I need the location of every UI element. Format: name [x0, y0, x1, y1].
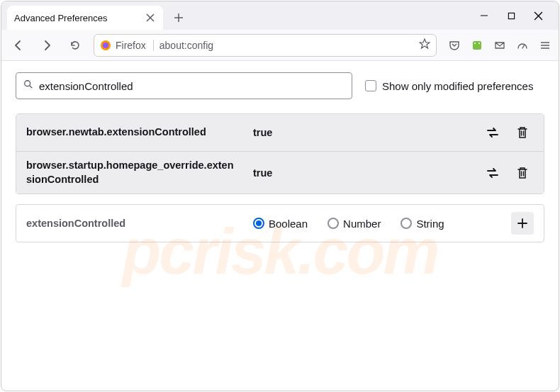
search-input[interactable] — [39, 80, 345, 92]
checkbox-text: Show only modified preferences — [382, 80, 533, 92]
menu-icon[interactable] — [539, 39, 551, 52]
type-radio-group: Boolean Number String — [253, 218, 444, 230]
radio-label: String — [416, 218, 444, 230]
pref-name: browser.startup.homepage_override.extens… — [26, 159, 239, 186]
delete-button[interactable] — [511, 121, 534, 144]
content-area: Show only modified preferences browser.n… — [1, 61, 559, 391]
url-text: about:config — [159, 40, 213, 51]
radio-dot — [327, 218, 339, 229]
add-button[interactable] — [511, 212, 534, 235]
forward-button[interactable] — [37, 35, 57, 55]
new-pref-row: extensionControlled Boolean Number Strin… — [16, 205, 544, 242]
tab-title: Advanced Preferences — [14, 13, 108, 23]
bookmark-star-icon[interactable] — [419, 38, 430, 52]
radio-boolean[interactable]: Boolean — [253, 218, 308, 230]
delete-button[interactable] — [511, 162, 534, 184]
svg-point-4 — [474, 43, 476, 44]
radio-dot — [253, 218, 264, 229]
search-box[interactable] — [16, 72, 352, 99]
radio-label: Number — [343, 218, 381, 230]
firefox-label: Firefox — [116, 40, 146, 51]
tab-bar: Advanced Preferences — [1, 1, 559, 30]
close-tab-icon[interactable] — [145, 12, 156, 23]
pocket-icon[interactable] — [448, 39, 461, 52]
svg-rect-3 — [473, 41, 481, 50]
reload-button[interactable] — [65, 35, 85, 55]
pref-name: browser.newtab.extensionControlled — [26, 125, 239, 140]
toolbar: Firefox about:config — [1, 30, 559, 61]
back-button[interactable] — [9, 35, 28, 55]
new-tab-button[interactable] — [169, 8, 189, 28]
speed-icon[interactable] — [516, 39, 529, 52]
pref-value: true — [253, 167, 272, 179]
radio-number[interactable]: Number — [327, 218, 381, 230]
toggle-button[interactable] — [481, 121, 504, 144]
svg-point-5 — [478, 43, 480, 44]
maximize-button[interactable] — [505, 9, 517, 22]
pref-row: browser.newtab.extensionControlled true — [16, 114, 544, 151]
new-pref-table: extensionControlled Boolean Number Strin… — [16, 204, 544, 242]
firefox-identity: Firefox — [100, 40, 154, 51]
url-bar[interactable]: Firefox about:config — [94, 34, 437, 57]
new-pref-name: extensionControlled — [26, 218, 239, 229]
close-window-button[interactable] — [532, 9, 544, 22]
extension-icon[interactable] — [471, 39, 483, 52]
modified-only-checkbox[interactable]: Show only modified preferences — [365, 80, 533, 92]
radio-label: Boolean — [269, 218, 308, 230]
checkbox-box — [365, 80, 376, 91]
pref-table: browser.newtab.extensionControlled true … — [16, 113, 544, 194]
radio-string[interactable]: String — [401, 218, 444, 230]
pref-value: true — [253, 127, 272, 138]
minimize-button[interactable] — [478, 9, 491, 22]
toggle-button[interactable] — [481, 162, 504, 184]
radio-dot — [401, 218, 412, 229]
svg-point-2 — [103, 43, 108, 48]
browser-tab[interactable]: Advanced Preferences — [7, 6, 163, 30]
svg-rect-0 — [508, 13, 514, 18]
svg-point-6 — [25, 81, 30, 86]
search-icon — [23, 79, 33, 92]
firefox-logo-icon — [100, 40, 111, 51]
pref-row: browser.startup.homepage_override.extens… — [16, 151, 544, 194]
mail-icon[interactable] — [493, 39, 506, 52]
